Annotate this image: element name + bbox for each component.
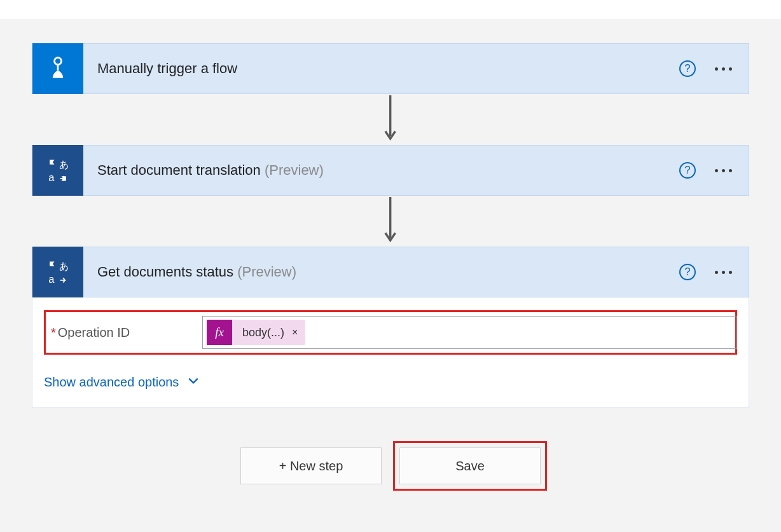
step-title: Get documents status (Preview) bbox=[83, 264, 679, 280]
help-icon[interactable]: ? bbox=[679, 264, 696, 280]
advanced-options-label: Show advanced options bbox=[44, 375, 179, 390]
translate-icon: あ a bbox=[32, 145, 83, 196]
fx-icon: fx bbox=[207, 320, 232, 345]
step-title: Start document translation (Preview) bbox=[83, 162, 679, 179]
help-icon[interactable]: ? bbox=[679, 60, 696, 77]
more-menu-icon[interactable] bbox=[715, 167, 732, 175]
svg-text:あ: あ bbox=[59, 160, 69, 170]
operation-id-row: *Operation ID fx body(...) × bbox=[44, 310, 737, 355]
token-text: body(...) bbox=[232, 326, 292, 339]
chevron-down-icon bbox=[188, 375, 199, 390]
svg-text:a: a bbox=[48, 273, 55, 285]
step-parameters-panel: *Operation ID fx body(...) × Show advanc… bbox=[32, 297, 749, 408]
step-title: Manually trigger a flow bbox=[83, 60, 679, 77]
more-menu-icon[interactable] bbox=[715, 268, 732, 276]
flow-actions: + New step Save bbox=[32, 447, 749, 484]
flow-arrow-connector bbox=[32, 94, 749, 145]
help-icon[interactable]: ? bbox=[679, 162, 696, 179]
save-button[interactable]: Save bbox=[399, 447, 541, 484]
svg-text:あ: あ bbox=[59, 261, 69, 271]
operation-id-label: *Operation ID bbox=[51, 325, 202, 340]
expression-token[interactable]: fx body(...) × bbox=[207, 320, 305, 345]
svg-text:a: a bbox=[48, 172, 55, 183]
translate-icon: あ a bbox=[32, 247, 83, 297]
trigger-touch-icon bbox=[32, 43, 83, 94]
show-advanced-options-link[interactable]: Show advanced options bbox=[44, 375, 199, 390]
flow-step-trigger[interactable]: Manually trigger a flow ? bbox=[32, 43, 749, 94]
token-remove-icon[interactable]: × bbox=[292, 327, 305, 338]
flow-step-get-status[interactable]: あ a Get documents status (Preview) ? bbox=[32, 247, 749, 297]
new-step-button[interactable]: + New step bbox=[240, 447, 382, 484]
svg-point-0 bbox=[55, 58, 62, 65]
flow-arrow-connector bbox=[32, 196, 749, 247]
more-menu-icon[interactable] bbox=[715, 65, 732, 73]
operation-id-input[interactable]: fx body(...) × bbox=[202, 316, 737, 349]
flow-step-start-translation[interactable]: あ a Start document translation (Preview)… bbox=[32, 145, 749, 196]
